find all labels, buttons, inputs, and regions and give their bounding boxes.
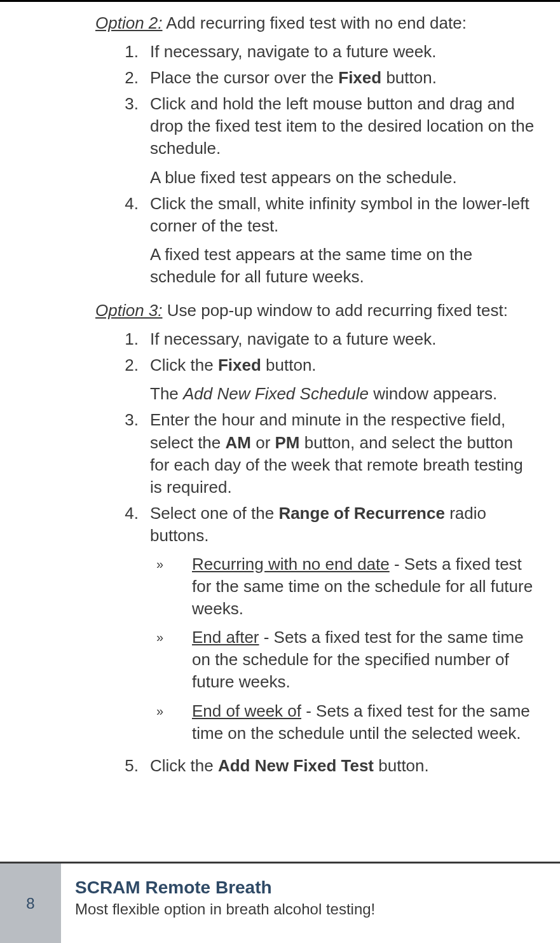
- list-item: 3. Enter the hour and minute in the resp…: [121, 409, 535, 498]
- chevron-icon: »: [156, 553, 192, 620]
- step-number: 3.: [121, 93, 150, 188]
- option2-lead: Add recurring fixed test with no end dat…: [163, 13, 467, 32]
- list-item: 4. Click the small, white infinity symbo…: [121, 193, 535, 288]
- bold-text: PM: [275, 433, 300, 452]
- footer-title: SCRAM Remote Breath: [75, 878, 375, 898]
- chevron-icon: »: [156, 626, 192, 693]
- option3-label: Option 3:: [95, 301, 163, 320]
- list-item: 1. If necessary, navigate to a future we…: [121, 328, 535, 350]
- text: button.: [374, 756, 429, 775]
- option3-lead: Use pop-up window to add recurring fixed…: [163, 301, 508, 320]
- sub-body: Recurring with no end date - Sets a fixe…: [192, 553, 535, 620]
- sub-body: End after - Sets a fixed test for the sa…: [192, 626, 535, 693]
- list-item: 3. Click and hold the left mouse button …: [121, 93, 535, 188]
- step-number: 3.: [121, 409, 150, 498]
- step-number: 2.: [121, 67, 150, 89]
- text: Click the: [150, 756, 218, 775]
- text: Click the: [150, 355, 218, 375]
- step-number: 5.: [121, 755, 150, 777]
- underline-text: End of week of: [192, 701, 301, 720]
- text: Click the small, white infinity symbol i…: [150, 193, 535, 237]
- step-body: Click the small, white infinity symbol i…: [150, 193, 535, 288]
- underline-text: Recurring with no end date: [192, 554, 390, 574]
- sub-body: End of week of - Sets a fixed test for t…: [192, 700, 535, 745]
- step-body: Click the Fixed button. The Add New Fixe…: [150, 354, 535, 405]
- result-text: A fixed test appears at the same time on…: [150, 244, 535, 288]
- list-item: 2. Place the cursor over the Fixed butto…: [121, 67, 535, 89]
- step-number: 4.: [121, 193, 150, 288]
- step-body: Select one of the Range of Recurrence ra…: [150, 502, 535, 751]
- page-number: 8: [0, 864, 61, 943]
- text: Select one of the: [150, 504, 278, 523]
- footer-subtitle: Most flexible option in breath alcohol t…: [75, 900, 375, 918]
- result-text: A blue fixed test appears on the schedul…: [150, 167, 535, 189]
- list-item: 4. Select one of the Range of Recurrence…: [121, 502, 535, 751]
- chevron-icon: »: [156, 700, 192, 745]
- text: window ap­pears.: [369, 384, 497, 403]
- page-footer: 8 SCRAM Remote Breath Most flexible opti…: [0, 862, 560, 943]
- list-item: 5. Click the Add New Fixed Test button.: [121, 755, 535, 777]
- step-number: 1.: [121, 328, 150, 350]
- bold-text: AM: [226, 433, 251, 452]
- step-body: Place the cursor over the Fixed button.: [150, 67, 535, 89]
- step-number: 2.: [121, 354, 150, 405]
- step-number: 1.: [121, 41, 150, 63]
- step-body: If necessary, navigate to a future week.: [150, 328, 535, 350]
- text: Place the cursor over the: [150, 68, 338, 87]
- step-number: 4.: [121, 502, 150, 751]
- bold-text: Fixed: [338, 68, 381, 87]
- option2-heading: Option 2: Add recurring fixed test with …: [95, 12, 535, 34]
- underline-text: End after: [192, 628, 259, 647]
- sub-list: » Recurring with no end date - Sets a fi…: [150, 553, 535, 745]
- text: or: [251, 433, 275, 452]
- step-body: If necessary, navigate to a future week.: [150, 41, 535, 63]
- option2-label: Option 2:: [95, 13, 163, 32]
- text: The: [150, 384, 183, 403]
- text: button.: [381, 68, 437, 87]
- step-body: Click and hold the left mouse button and…: [150, 93, 535, 188]
- list-item: 2. Click the Fixed button. The Add New F…: [121, 354, 535, 405]
- bold-text: Add New Fixed Test: [218, 756, 374, 775]
- italic-text: Add New Fixed Schedule: [183, 384, 369, 403]
- step-body: Enter the hour and minute in the respec­…: [150, 409, 535, 498]
- sub-item: » Recurring with no end date - Sets a fi…: [156, 553, 535, 620]
- bold-text: Range of Recurrence: [278, 504, 445, 523]
- sub-item: » End of week of - Sets a fixed test for…: [156, 700, 535, 745]
- result-text: The Add New Fixed Schedule window ap­pea…: [150, 383, 535, 405]
- bold-text: Fixed: [218, 355, 261, 375]
- option2-steps: 1. If necessary, navigate to a future we…: [95, 41, 535, 288]
- text: Click and hold the left mouse button and…: [150, 93, 535, 160]
- text: button.: [261, 355, 317, 375]
- document-page: Option 2: Add recurring fixed test with …: [0, 0, 560, 943]
- list-item: 1. If necessary, navigate to a future we…: [121, 41, 535, 63]
- body-content: Option 2: Add recurring fixed test with …: [0, 2, 560, 777]
- option3-steps: 1. If necessary, navigate to a future we…: [95, 328, 535, 777]
- footer-text: SCRAM Remote Breath Most flexible option…: [61, 864, 375, 943]
- step-body: Click the Add New Fixed Test button.: [150, 755, 535, 777]
- option3-heading: Option 3: Use pop-up window to add recur…: [95, 299, 535, 322]
- sub-item: » End after - Sets a fixed test for the …: [156, 626, 535, 693]
